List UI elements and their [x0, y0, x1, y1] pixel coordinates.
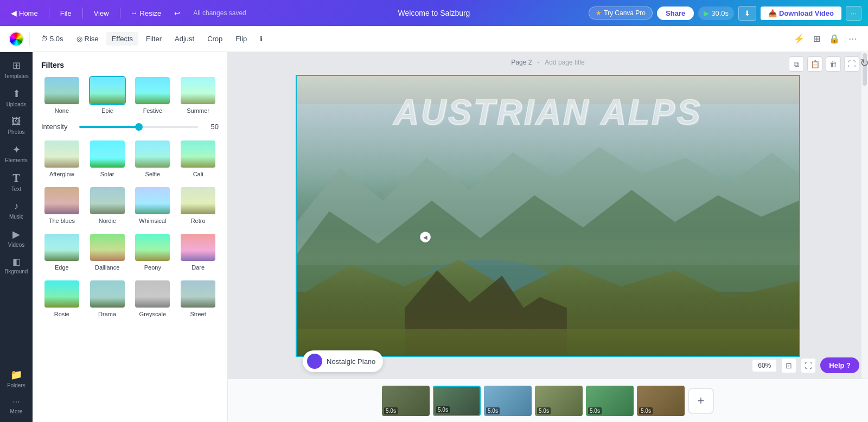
home-button[interactable]: ◀ Home: [7, 7, 42, 20]
filter-thumb-peony: [134, 233, 171, 262]
fit-screen-button[interactable]: ⊡: [781, 358, 796, 373]
filters-title: Filters: [41, 61, 219, 69]
filter-thumb-epic: [89, 76, 126, 105]
filter-greyscale[interactable]: Greyscale: [132, 279, 174, 317]
timeline-clip-6[interactable]: 5.0s: [637, 386, 685, 416]
music-badge[interactable]: Nostalgic Piano: [303, 350, 383, 372]
filter-selfie[interactable]: Selfie: [132, 139, 174, 177]
timeline-clip-3[interactable]: 5.0s: [484, 386, 532, 416]
canvas-title: AUSTRIAN ALPS: [394, 92, 703, 132]
adjust-button[interactable]: Adjust: [169, 32, 200, 46]
intensity-label: Intensity: [41, 123, 74, 131]
bottom-timeline-bar: 5.0s 5.0s 5.0s 5.0s 5.0s: [228, 379, 868, 422]
filter-afterglow[interactable]: Afterglow: [41, 139, 82, 177]
filter-button[interactable]: Filter: [141, 32, 167, 46]
add-page-title[interactable]: Add page title: [545, 59, 584, 66]
add-clip-button[interactable]: +: [688, 388, 714, 414]
intensity-slider[interactable]: [79, 126, 198, 128]
toolbar-sep-1: [29, 33, 30, 46]
more-options-button[interactable]: ···: [846, 6, 861, 21]
download-video-button[interactable]: 📥 Download Video: [761, 7, 841, 20]
info-button[interactable]: ℹ: [254, 32, 268, 46]
text-icon: T: [12, 172, 20, 184]
timer-button[interactable]: ⏱ 5.0s: [35, 32, 69, 46]
intensity-value: 50: [203, 123, 219, 131]
panel-collapse-arrow[interactable]: ◀: [420, 232, 431, 242]
timeline-clip-1[interactable]: 5.0s: [382, 386, 430, 416]
sidebar-item-photos[interactable]: 🖼 Photos: [2, 113, 30, 138]
canvas-frame[interactable]: AUSTRIAN ALPS: [296, 75, 800, 357]
doc-title: Welcome to Salzburg: [398, 9, 470, 17]
sidebar-item-more[interactable]: ··· More: [2, 394, 30, 418]
undo-button[interactable]: ↩: [170, 7, 184, 20]
rise-button[interactable]: ◎ Rise: [71, 32, 104, 46]
delete-page-button[interactable]: 🗑: [826, 56, 841, 72]
resize-button[interactable]: ↔ Resize: [127, 7, 166, 20]
filter-thumb-none: [43, 76, 80, 105]
try-pro-button[interactable]: ★ Try Canva Pro: [589, 7, 653, 20]
filter-thumb-edge: [43, 233, 80, 262]
share-button[interactable]: Share: [657, 7, 694, 20]
filter-whimsical[interactable]: Whimsical: [132, 186, 174, 224]
filter-thumb-selfie: [134, 139, 171, 169]
filter-solar[interactable]: Solar: [87, 139, 128, 177]
copy-page-button[interactable]: 📋: [807, 56, 822, 72]
filter-retro[interactable]: Retro: [177, 186, 219, 224]
toolbar-right: ⚡ ⊞ 🔒 ⋯: [792, 31, 859, 46]
view-button[interactable]: View: [90, 7, 113, 20]
sidebar-item-background[interactable]: ◧ Bkground: [2, 253, 30, 278]
expand-page-button[interactable]: ⛶: [844, 56, 859, 72]
music-avatar: [307, 354, 322, 369]
toolbar-more-icon[interactable]: ⋯: [846, 31, 859, 46]
effects-button[interactable]: Effects: [106, 32, 139, 46]
toolbar-lock-icon[interactable]: 🔒: [827, 31, 842, 46]
filter-none[interactable]: None: [41, 76, 82, 114]
folders-icon: 📁: [10, 369, 22, 381]
filter-dalliance[interactable]: Dalliance: [87, 233, 128, 271]
filter-rosie[interactable]: Rosie: [41, 279, 82, 317]
filter-cali[interactable]: Cali: [177, 139, 219, 177]
filter-street[interactable]: Street: [177, 279, 219, 317]
duplicate-page-button[interactable]: ⧉: [789, 56, 804, 72]
flip-button[interactable]: Flip: [230, 32, 252, 46]
color-wheel-button[interactable]: [9, 31, 24, 47]
file-button[interactable]: File: [56, 7, 76, 20]
toolbar: ⏱ 5.0s ◎ Rise Effects Filter Adjust Crop…: [0, 26, 868, 52]
duration-button[interactable]: ▶ 30.0s: [698, 7, 734, 20]
timeline-clip-5[interactable]: 5.0s: [586, 386, 634, 416]
refresh-button[interactable]: ↻: [860, 56, 868, 69]
crop-button[interactable]: Crop: [202, 32, 228, 46]
filter-drama[interactable]: Drama: [87, 279, 128, 317]
toolbar-filter-icon[interactable]: ⚡: [792, 31, 807, 46]
timeline-clip-2[interactable]: 5.0s: [433, 386, 481, 416]
filter-thumb-nordic: [89, 186, 126, 215]
zoom-level[interactable]: 60%: [752, 359, 777, 372]
filter-blues[interactable]: The blues: [41, 186, 82, 224]
sidebar-item-text[interactable]: T Text: [2, 169, 30, 195]
sidebar-item-music[interactable]: ♪ Music: [2, 197, 30, 223]
filter-nordic[interactable]: Nordic: [87, 186, 128, 224]
canvas-wrapper: AUSTRIAN ALPS: [296, 75, 800, 357]
videos-icon: ▶: [12, 228, 20, 240]
vertical-scrollbar[interactable]: [861, 52, 868, 379]
sidebar-item-uploads[interactable]: ⬆ Uploads: [2, 85, 30, 111]
sidebar-item-templates[interactable]: ⊞ Templates: [2, 56, 30, 82]
sidebar-item-folders[interactable]: 📁 Folders: [2, 366, 30, 392]
help-button[interactable]: Help ?: [820, 357, 859, 373]
filter-epic[interactable]: Epic: [87, 76, 128, 114]
filter-thumb-solar: [89, 139, 126, 169]
filter-dare[interactable]: Dare: [177, 233, 219, 271]
sidebar-item-videos[interactable]: ▶ Videos: [2, 225, 30, 251]
filter-edge[interactable]: Edge: [41, 233, 82, 271]
music-label: Nostalgic Piano: [327, 357, 375, 366]
sidebar-item-elements[interactable]: ✦ Elements: [2, 140, 30, 167]
filter-thumb-cali: [180, 139, 216, 169]
filter-peony[interactable]: Peony: [132, 233, 174, 271]
filter-festive[interactable]: Festive: [132, 76, 174, 114]
filter-summer[interactable]: Summer: [177, 76, 219, 114]
fullscreen-button[interactable]: ⛶: [801, 358, 816, 373]
intensity-row: Intensity 50: [41, 123, 219, 131]
download-icon-button[interactable]: ⬇: [738, 6, 756, 21]
timeline-clip-4[interactable]: 5.0s: [535, 386, 583, 416]
toolbar-grid-icon[interactable]: ⊞: [811, 31, 822, 46]
